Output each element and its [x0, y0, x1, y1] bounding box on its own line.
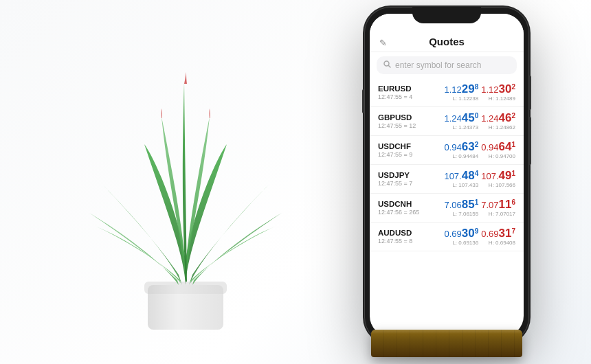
app-title: Quotes — [429, 36, 465, 47]
ask-price: 7.07116 H: 7.07017 — [481, 198, 515, 217]
quote-info: GBPUSD 12:47:55 = 12 — [378, 113, 444, 129]
ask-high: H: 1.12489 — [481, 95, 515, 102]
quote-time: 12:47:55 = 9 — [378, 151, 444, 158]
quote-time: 12:47:55 = 12 — [378, 122, 444, 129]
bid-value: 0.94632 — [444, 141, 478, 152]
quote-symbol: USDCNH — [378, 200, 444, 208]
quote-info: EURUSD 12:47:55 = 4 — [378, 84, 444, 100]
quote-prices: 1.12298 L: 1.12238 1.12302 H: 1.12489 — [444, 83, 515, 102]
phone-screen: ✎ Quotes enter symbol for search EURUSD … — [370, 14, 524, 337]
bid-price: 0.94632 L: 0.94484 — [444, 141, 478, 159]
quote-prices: 107.484 L: 107.433 107.491 H: 107.566 — [444, 170, 515, 188]
search-icon — [383, 60, 391, 70]
quote-symbol: USDCHF — [378, 142, 444, 150]
quote-row[interactable]: GBPUSD 12:47:55 = 12 1.24450 L: 1.24373 … — [370, 107, 524, 136]
ask-price: 0.69317 H: 0.69408 — [481, 227, 515, 246]
bid-price: 0.69309 L: 0.69136 — [444, 227, 478, 246]
ask-high: H: 0.69408 — [481, 240, 515, 246]
ask-price: 1.24462 H: 1.24862 — [481, 112, 515, 130]
ask-high: H: 1.24862 — [481, 124, 515, 130]
ask-price: 107.491 H: 107.566 — [481, 170, 515, 188]
svg-point-3 — [384, 61, 389, 66]
edit-icon[interactable]: ✎ — [379, 37, 387, 47]
quote-symbol: EURUSD — [378, 84, 444, 93]
phone-mockup: ✎ Quotes enter symbol for search EURUSD … — [357, 7, 536, 357]
ask-high: H: 7.07017 — [481, 211, 515, 217]
quote-row[interactable]: AUDUSD 12:47:55 = 8 0.69309 L: 0.69136 0… — [370, 223, 524, 251]
bid-value: 1.24450 — [444, 112, 478, 124]
quote-row[interactable]: USDJPY 12:47:55 = 7 107.484 L: 107.433 1… — [370, 165, 524, 194]
bid-price: 1.24450 L: 1.24373 — [444, 112, 478, 130]
phone-power-button-2 — [529, 117, 531, 165]
quote-info: USDCNH 12:47:56 = 265 — [378, 200, 444, 216]
search-bar[interactable]: enter symbol for search — [377, 56, 517, 74]
phone-body: ✎ Quotes enter symbol for search EURUSD … — [364, 7, 529, 343]
ask-value: 0.69317 — [481, 227, 515, 239]
bid-low: L: 1.24373 — [444, 124, 478, 130]
quote-time: 12:47:56 = 265 — [378, 209, 444, 216]
quote-symbol: AUDUSD — [378, 229, 444, 237]
quote-prices: 1.24450 L: 1.24373 1.24462 H: 1.24862 — [444, 112, 515, 130]
app-header: ✎ Quotes — [370, 33, 524, 52]
phone-notch — [412, 7, 481, 23]
ask-price: 0.94641 H: 0.94700 — [481, 141, 515, 159]
quote-symbol: GBPUSD — [378, 113, 444, 122]
ask-value: 1.24462 — [481, 112, 515, 124]
ask-high: H: 0.94700 — [481, 153, 515, 159]
quote-time: 12:47:55 = 7 — [378, 180, 444, 187]
quote-time: 12:47:55 = 4 — [378, 93, 444, 100]
bid-low: L: 0.94484 — [444, 153, 478, 159]
search-placeholder: enter symbol for search — [395, 60, 481, 70]
quote-info: USDCHF 12:47:55 = 9 — [378, 142, 444, 158]
quote-prices: 0.69309 L: 0.69136 0.69317 H: 0.69408 — [444, 227, 515, 246]
bid-value: 0.69309 — [444, 227, 478, 239]
phone-power-button — [529, 76, 531, 110]
bid-price: 7.06851 L: 7.06155 — [444, 198, 478, 217]
quote-row[interactable]: USDCNH 12:47:56 = 265 7.06851 L: 7.06155… — [370, 194, 524, 223]
ask-value: 7.07116 — [481, 198, 515, 210]
ask-value: 107.491 — [481, 170, 515, 181]
quote-info: USDJPY 12:47:55 = 7 — [378, 171, 444, 187]
bid-low: L: 1.12238 — [444, 95, 478, 102]
bid-low: L: 0.69136 — [444, 240, 478, 246]
quote-prices: 7.06851 L: 7.06155 7.07116 H: 7.07017 — [444, 198, 515, 217]
bid-value: 107.484 — [444, 170, 478, 181]
bid-low: L: 7.06155 — [444, 211, 478, 217]
quote-symbol: USDJPY — [378, 171, 444, 179]
quote-row[interactable]: USDCHF 12:47:55 = 9 0.94632 L: 0.94484 0… — [370, 136, 524, 165]
plant-decoration — [82, 48, 289, 337]
phone-volume-button — [362, 89, 364, 113]
quote-time: 12:47:55 = 8 — [378, 238, 444, 244]
quote-prices: 0.94632 L: 0.94484 0.94641 H: 0.94700 — [444, 141, 515, 159]
ask-value: 0.94641 — [481, 141, 515, 152]
ask-high: H: 107.566 — [481, 182, 515, 188]
wood-stand — [371, 330, 522, 357]
bid-price: 107.484 L: 107.433 — [444, 170, 478, 188]
svg-rect-2 — [148, 285, 223, 330]
bid-value: 7.06851 — [444, 198, 478, 210]
bid-price: 1.12298 L: 1.12238 — [444, 83, 478, 102]
ask-value: 1.12302 — [481, 83, 515, 95]
ask-price: 1.12302 H: 1.12489 — [481, 83, 515, 102]
svg-line-4 — [389, 66, 391, 68]
quote-info: AUDUSD 12:47:55 = 8 — [378, 229, 444, 244]
bid-value: 1.12298 — [444, 83, 478, 95]
bid-low: L: 107.433 — [444, 182, 478, 188]
quotes-list: EURUSD 12:47:55 = 4 1.12298 L: 1.12238 1… — [370, 78, 524, 337]
quote-row[interactable]: EURUSD 12:47:55 = 4 1.12298 L: 1.12238 1… — [370, 78, 524, 107]
